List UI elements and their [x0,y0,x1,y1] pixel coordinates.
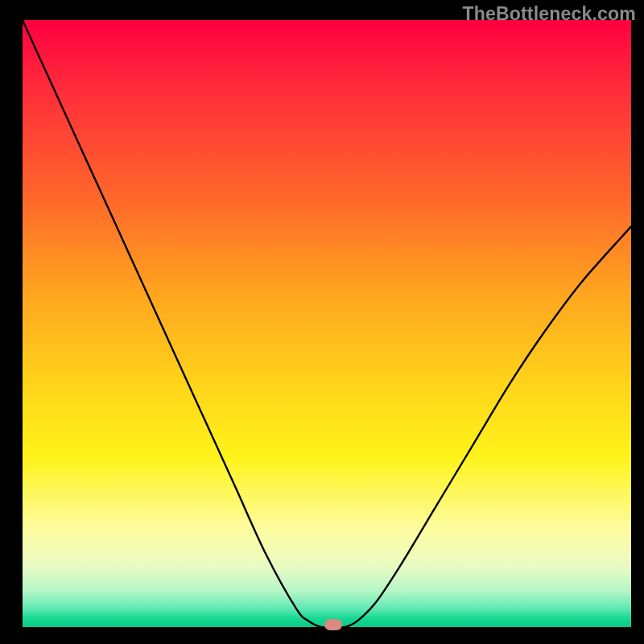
watermark-text: TheBottleneck.com [462,3,636,25]
plot-area [23,20,631,627]
bottleneck-curve [23,20,631,627]
curve-path [23,20,631,627]
chart-stage: TheBottleneck.com [0,0,644,644]
optimal-point-marker [324,619,342,630]
